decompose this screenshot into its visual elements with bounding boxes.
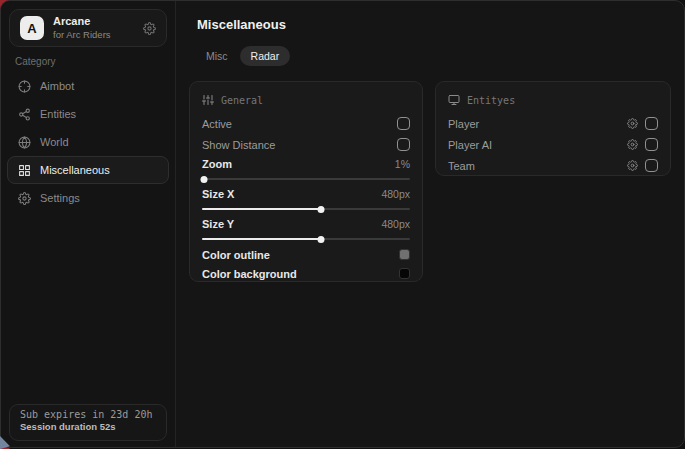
globe-icon (18, 136, 31, 149)
size-y-row: Size Y 480px (202, 215, 410, 233)
active-checkbox[interactable] (397, 117, 410, 130)
entities-panel: Entityes Player Player AI (435, 81, 671, 176)
size-y-label: Size Y (202, 218, 234, 230)
grid-icon (18, 164, 31, 177)
size-x-slider[interactable] (202, 203, 410, 215)
slider-handle[interactable] (317, 206, 324, 213)
color-outline-row: Color outline (202, 245, 410, 264)
slider-track-line (202, 178, 410, 180)
active-row: Active (202, 113, 410, 134)
show-distance-label: Show Distance (202, 139, 275, 151)
slider-track-fill (202, 208, 321, 210)
sidebar-item-label: Aimbot (40, 80, 74, 92)
sidebar-item-label: Miscellaneous (40, 164, 110, 176)
color-outline-label: Color outline (202, 249, 270, 261)
logo-text: Arcane for Arc Riders (53, 15, 143, 40)
crosshair-icon (18, 80, 31, 93)
size-x-row: Size X 480px (202, 185, 410, 203)
sidebar-item-label: Settings (40, 192, 80, 204)
size-y-value: 480px (381, 218, 410, 230)
player-row: Player (448, 113, 658, 134)
category-label: Category (15, 56, 56, 67)
sidebar-item-entities[interactable]: Entities (7, 100, 169, 128)
entities-panel-title: Entityes (467, 95, 515, 106)
tab-radar[interactable]: Radar (240, 46, 291, 66)
slider-handle[interactable] (317, 236, 324, 243)
sliders-icon (202, 94, 214, 106)
page-title: Miscellaneous (197, 17, 286, 32)
sidebar-item-aimbot[interactable]: Aimbot (7, 72, 169, 100)
logo-card: A Arcane for Arc Riders (9, 9, 167, 47)
gear-icon[interactable] (143, 22, 156, 35)
show-distance-checkbox[interactable] (397, 138, 410, 151)
tab-misc[interactable]: Misc (197, 46, 237, 66)
entities-panel-header: Entityes (448, 92, 658, 108)
sidebar-item-miscellaneous[interactable]: Miscellaneous (7, 156, 169, 184)
team-controls (627, 159, 658, 172)
player-label: Player (448, 118, 479, 130)
sidebar-item-label: Entities (40, 108, 76, 120)
app-logo: A (20, 16, 44, 40)
sidebar-nav: Aimbot Entities World Miscellaneous (7, 72, 169, 212)
player-ai-controls (627, 138, 658, 151)
size-y-slider[interactable] (202, 233, 410, 245)
subscription-card: Sub expires in 23d 20h Session duration … (9, 404, 167, 441)
size-x-value: 480px (381, 188, 410, 200)
size-x-label: Size X (202, 188, 234, 200)
sidebar-item-settings[interactable]: Settings (7, 184, 169, 212)
gear-icon (18, 192, 31, 205)
session-duration-text: Session duration 52s (20, 421, 156, 432)
slider-handle[interactable] (201, 176, 208, 183)
player-controls (627, 117, 658, 130)
player-ai-checkbox[interactable] (645, 138, 658, 151)
color-background-swatch[interactable] (399, 268, 410, 279)
player-checkbox[interactable] (645, 117, 658, 130)
gear-icon[interactable] (627, 118, 638, 129)
sub-expires-text: Sub expires in 23d 20h (20, 409, 156, 420)
team-row: Team (448, 155, 658, 176)
sidebar-item-world[interactable]: World (7, 128, 169, 156)
color-outline-swatch[interactable] (399, 249, 410, 260)
zoom-label: Zoom (202, 158, 232, 170)
color-background-label: Color background (202, 268, 297, 280)
app-subtitle: for Arc Riders (53, 29, 143, 40)
player-ai-label: Player AI (448, 139, 492, 151)
zoom-slider[interactable] (202, 173, 410, 185)
color-background-row: Color background (202, 264, 410, 283)
nodes-icon (18, 108, 31, 121)
zoom-value: 1% (395, 158, 410, 170)
show-distance-row: Show Distance (202, 134, 410, 155)
sidebar-item-label: World (40, 136, 69, 148)
team-checkbox[interactable] (645, 159, 658, 172)
app-title: Arcane (53, 15, 143, 29)
main-content: Miscellaneous Misc Radar General Active … (176, 1, 684, 447)
gear-icon[interactable] (627, 160, 638, 171)
screen: A Arcane for Arc Riders Category Aimbot (0, 0, 685, 449)
general-panel: General Active Show Distance Zoom 1% (189, 81, 423, 282)
tab-bar: Misc Radar (197, 46, 290, 66)
general-panel-header: General (202, 92, 410, 108)
general-panel-title: General (221, 95, 263, 106)
app-window: A Arcane for Arc Riders Category Aimbot (0, 0, 685, 448)
monitor-icon (448, 94, 460, 106)
gear-icon[interactable] (627, 139, 638, 150)
team-label: Team (448, 160, 475, 172)
slider-track-fill (202, 238, 321, 240)
sidebar: A Arcane for Arc Riders Category Aimbot (1, 1, 176, 447)
active-label: Active (202, 118, 232, 130)
zoom-row: Zoom 1% (202, 155, 410, 173)
player-ai-row: Player AI (448, 134, 658, 155)
